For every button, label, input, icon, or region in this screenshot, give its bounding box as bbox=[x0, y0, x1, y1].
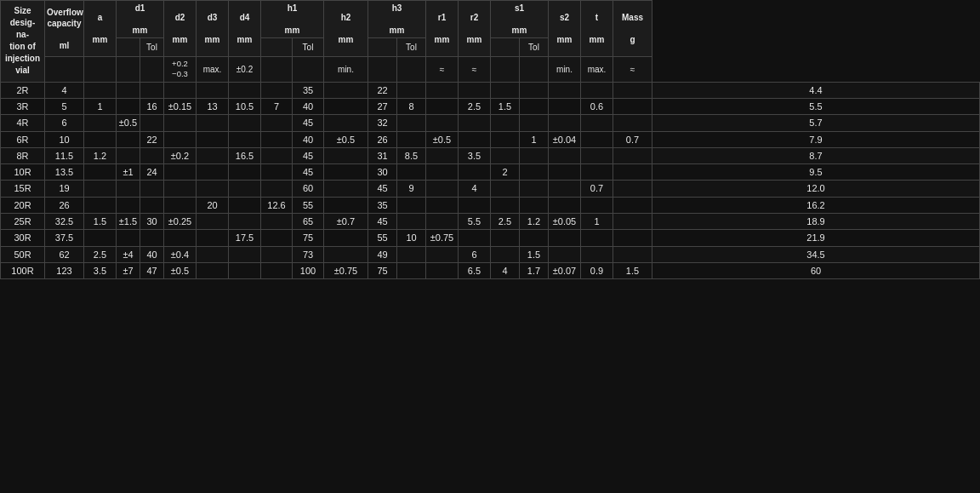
a-val bbox=[84, 115, 117, 131]
col-d1-header: d1mm bbox=[117, 1, 164, 38]
col-h3-header: h3mm bbox=[368, 1, 426, 38]
d1-val bbox=[140, 82, 164, 98]
h1-val: 45 bbox=[293, 164, 324, 181]
r1: 3.5 bbox=[459, 147, 491, 163]
h2: 49 bbox=[368, 246, 397, 262]
s1-val bbox=[520, 164, 549, 181]
d3 bbox=[229, 164, 261, 181]
table-row: 25R32.51.5±1.530±0.2565±0.7455.52.51.2±0… bbox=[1, 214, 980, 230]
t: 0.7 bbox=[613, 131, 652, 147]
r2 bbox=[491, 82, 520, 98]
col-d4-header: d4mm bbox=[229, 1, 261, 57]
tol-r1: ≈ bbox=[426, 57, 459, 83]
s1-tol: ±0.04 bbox=[549, 131, 581, 147]
h1-val: 60 bbox=[293, 181, 324, 197]
d2 bbox=[197, 147, 229, 163]
overflow: 4 bbox=[45, 82, 84, 98]
d4 bbox=[261, 214, 293, 230]
h1-val: 73 bbox=[293, 246, 324, 262]
table-row: 3R5116±0.151310.57402782.51.50.65.5 bbox=[1, 98, 980, 114]
h1-tol bbox=[324, 147, 368, 163]
r1: 5.5 bbox=[459, 214, 491, 230]
s2: 0.9 bbox=[581, 262, 613, 278]
h1-tol bbox=[324, 181, 368, 197]
size: 20R bbox=[1, 197, 45, 213]
r2 bbox=[491, 147, 520, 163]
size: 100R bbox=[1, 262, 45, 278]
d4: 12.6 bbox=[261, 197, 293, 213]
d1-val bbox=[140, 181, 164, 197]
mass: 21.9 bbox=[652, 230, 980, 246]
a-tol: ±7 bbox=[117, 262, 140, 278]
t bbox=[613, 197, 652, 213]
s1-val bbox=[520, 181, 549, 197]
r1 bbox=[459, 230, 491, 246]
overflow: 10 bbox=[45, 131, 84, 147]
d3 bbox=[229, 197, 261, 213]
table-row: 100R1233.5±747±0.5100±0.75756.541.7±0.07… bbox=[1, 262, 980, 278]
size: 8R bbox=[1, 147, 45, 163]
d4 bbox=[261, 262, 293, 278]
d1-val: 22 bbox=[140, 131, 164, 147]
overflow: 19 bbox=[45, 181, 84, 197]
d3: 10.5 bbox=[229, 98, 261, 114]
a-tol bbox=[117, 181, 140, 197]
mass: 18.9 bbox=[652, 214, 980, 230]
h3-tol bbox=[426, 197, 459, 213]
h2: 55 bbox=[368, 230, 397, 246]
a-tol: ±1 bbox=[117, 164, 140, 181]
s2 bbox=[581, 246, 613, 262]
d3 bbox=[229, 131, 261, 147]
d3: 17.5 bbox=[229, 230, 261, 246]
tol-a bbox=[84, 57, 117, 83]
header-row-2: Tol Tol Tol Tol bbox=[1, 38, 980, 57]
h3-tol bbox=[426, 181, 459, 197]
col-r2-header: r2mm bbox=[459, 1, 491, 57]
a-tol bbox=[117, 230, 140, 246]
d1-val bbox=[140, 115, 164, 131]
table-row: 2R435224.4 bbox=[1, 82, 980, 98]
s1-val bbox=[520, 197, 549, 213]
d1-val: 24 bbox=[140, 164, 164, 181]
d4 bbox=[261, 164, 293, 181]
mass: 9.5 bbox=[652, 164, 980, 181]
h3-tol bbox=[426, 98, 459, 114]
table-row: 50R622.5±440±0.4734961.534.5 bbox=[1, 246, 980, 262]
h3-tol bbox=[426, 246, 459, 262]
d4 bbox=[261, 115, 293, 131]
h2: 75 bbox=[368, 262, 397, 278]
size: 15R bbox=[1, 181, 45, 197]
d3 bbox=[229, 181, 261, 197]
h1-val: 35 bbox=[293, 82, 324, 98]
s1-tol bbox=[549, 230, 581, 246]
h3-val: 8.5 bbox=[397, 147, 426, 163]
h1-val: 65 bbox=[293, 214, 324, 230]
s1-tol bbox=[549, 181, 581, 197]
s1-tol bbox=[549, 246, 581, 262]
d1-tol bbox=[164, 82, 197, 98]
r1: 4 bbox=[459, 181, 491, 197]
d1-tol bbox=[164, 181, 197, 197]
h1-tol bbox=[324, 197, 368, 213]
h1-tol bbox=[324, 164, 368, 181]
r2: 1.5 bbox=[491, 98, 520, 114]
s1-val: 1.2 bbox=[520, 214, 549, 230]
h3-val: 9 bbox=[397, 181, 426, 197]
d4 bbox=[261, 246, 293, 262]
r2: 2 bbox=[491, 164, 520, 181]
overflow: 26 bbox=[45, 197, 84, 213]
h1-tol: ±0.7 bbox=[324, 214, 368, 230]
t bbox=[613, 230, 652, 246]
h3-tol: ±0.5 bbox=[426, 131, 459, 147]
a-val bbox=[84, 164, 117, 181]
a-val bbox=[84, 131, 117, 147]
col-h1-val-header bbox=[261, 38, 293, 57]
t bbox=[613, 181, 652, 197]
d4 bbox=[261, 147, 293, 163]
overflow: 32.5 bbox=[45, 214, 84, 230]
t bbox=[613, 98, 652, 114]
d1-val: 30 bbox=[140, 214, 164, 230]
r1 bbox=[459, 197, 491, 213]
h1-val: 40 bbox=[293, 131, 324, 147]
col-s2-header: s2mm bbox=[549, 1, 581, 57]
